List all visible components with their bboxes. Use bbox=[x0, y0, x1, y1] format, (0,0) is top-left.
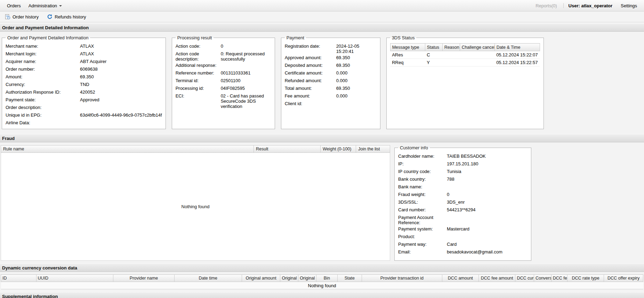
section-header-main: Order and Payment Detailed Information bbox=[0, 23, 644, 32]
field-label: IP country code: bbox=[398, 169, 447, 174]
field-row: IP country code:Tunisia bbox=[398, 168, 528, 175]
field-row: Approved amount:69.350 bbox=[285, 54, 377, 62]
field-label: Action code: bbox=[176, 44, 221, 49]
section-title: Fraud bbox=[2, 136, 15, 141]
field-label: Cardholder name: bbox=[398, 154, 447, 159]
col-header-conversion-rate[interactable]: Conversion rate bbox=[534, 275, 551, 282]
col-header-date-time[interactable]: Date time bbox=[174, 275, 242, 282]
refunds-history-button[interactable]: Refunds history bbox=[44, 13, 89, 21]
col-header-result[interactable]: Result bbox=[254, 145, 321, 153]
col-header-dcc-rate-type[interactable]: DCC rate type bbox=[567, 275, 604, 282]
cell-status: C bbox=[425, 51, 442, 59]
field-value: 0.000 bbox=[336, 70, 377, 76]
menu-settings[interactable]: Settings bbox=[617, 1, 641, 10]
order-history-label: Order history bbox=[13, 14, 39, 19]
col-header-provider-transaction-id[interactable]: Provider transaction id bbox=[362, 275, 442, 282]
order-history-button[interactable]: Order history bbox=[2, 13, 41, 21]
col-header-id[interactable]: ID bbox=[1, 275, 37, 282]
col-header-original-currency[interactable]: Original currency bbox=[298, 275, 316, 282]
col-header-weight[interactable]: Weight (0-100) bbox=[321, 145, 356, 153]
field-row: Client id: bbox=[285, 100, 377, 108]
field-row: Certificate amount:0.000 bbox=[285, 69, 377, 77]
field-label: Certificate amount: bbox=[285, 70, 336, 76]
field-value: 544213**6294 bbox=[447, 207, 528, 212]
field-label: Payment state: bbox=[6, 97, 80, 102]
field-row: Email:besadokavocat@gmail.com bbox=[398, 248, 528, 256]
customer-info-panel: Customer info Cardholder name:TAIEB BESS… bbox=[394, 145, 531, 261]
detail-panels: Order and Payment Detailed Information M… bbox=[0, 32, 644, 134]
field-label: Reference number: bbox=[176, 70, 221, 76]
field-value: besadokavocat@gmail.com bbox=[447, 249, 528, 254]
refunds-history-icon bbox=[47, 14, 53, 19]
col-header-bin[interactable]: Bin bbox=[316, 275, 337, 282]
field-value: TAIEB BESSADOK bbox=[447, 154, 528, 159]
field-label: ECI: bbox=[176, 93, 221, 99]
cell-reason bbox=[442, 51, 460, 59]
field-label: Merchant name: bbox=[6, 44, 80, 49]
col-header-provider-name[interactable]: Provider name bbox=[113, 275, 174, 282]
section-title: Supplemental information bbox=[2, 294, 58, 298]
empty-text: Nothing found bbox=[1, 282, 643, 289]
field-row: Fee amount:0.000 bbox=[285, 92, 377, 100]
field-value: ABT Acquirer bbox=[80, 59, 162, 64]
field-label: Client id: bbox=[285, 101, 336, 106]
field-row: Amount:69.350 bbox=[6, 73, 162, 81]
field-label: Fee amount: bbox=[285, 93, 336, 99]
field-row: IP:197.15.201.180 bbox=[398, 160, 528, 168]
col-header-dcc-amount[interactable]: DCC amount bbox=[442, 275, 478, 282]
table-row: ARes C 05.12.2024 15:22:07 bbox=[390, 51, 540, 59]
field-label: Payment system: bbox=[398, 226, 447, 232]
field-label: Order number: bbox=[6, 66, 80, 72]
threeds-table: Message type Status Reason Challenge can… bbox=[390, 43, 540, 66]
field-label: Email: bbox=[398, 249, 447, 254]
cell-status: Y bbox=[425, 59, 442, 66]
col-header-dcc-fee-amount[interactable]: DCC fee amount bbox=[479, 275, 515, 282]
field-row: Merchant login:ATLAX bbox=[6, 50, 162, 58]
order-history-icon bbox=[5, 14, 10, 19]
field-label: Action code description: bbox=[176, 51, 221, 62]
threeds-status-panel: 3DS Status Message type Status Reason Ch… bbox=[386, 35, 544, 129]
panel-legend: 3DS Status bbox=[390, 35, 417, 40]
menu-reports-disabled[interactable]: Reports(0) bbox=[534, 1, 558, 10]
col-header-original-amount[interactable]: Original amount bbox=[242, 275, 280, 282]
menu-orders[interactable]: Orders bbox=[3, 1, 24, 10]
col-header-dcc-currency[interactable]: DCC currency bbox=[515, 275, 534, 282]
col-header-join-the-list[interactable]: Join the list bbox=[356, 145, 390, 153]
field-value: Mastercard bbox=[447, 226, 528, 232]
field-label: Unique id in EPG: bbox=[6, 112, 80, 118]
col-header-status: Status bbox=[425, 44, 442, 51]
field-value: 6069638 bbox=[80, 66, 162, 72]
col-header-rule-name[interactable]: Rule name bbox=[1, 145, 254, 153]
section-header-dcc: Dynamic currency conversion data bbox=[0, 264, 644, 272]
col-header-dcc-fee[interactable]: DCC fee bbox=[551, 275, 567, 282]
field-row: Registration date:2024-12-05 15:20:41 bbox=[285, 42, 377, 54]
table-header-row: Message type Status Reason Challenge can… bbox=[390, 44, 540, 51]
section-title: Dynamic currency conversion data bbox=[2, 265, 77, 270]
table-row: RReq Y 05.12.2024 15:22:57 bbox=[390, 59, 540, 66]
cell-date-time: 05.12.2024 15:22:57 bbox=[494, 59, 540, 66]
col-header-original-fee[interactable]: Original fee bbox=[280, 275, 298, 282]
field-row: Unique id in EPG:63d4f0c6-4099-4449-96c9… bbox=[6, 111, 162, 119]
fraud-empty-state: Nothing found bbox=[1, 153, 390, 261]
field-row: Payment way:Card bbox=[398, 241, 528, 248]
field-value: 788 bbox=[447, 177, 528, 182]
cell-date-time: 05.12.2024 15:22:07 bbox=[494, 51, 540, 59]
col-header-state[interactable]: State bbox=[337, 275, 362, 282]
menubar-right: Reports(0) User: atlax_operator Settings bbox=[534, 1, 641, 10]
field-value: 02 - Card has passed SecureCode 3DS veri… bbox=[221, 93, 271, 109]
field-label: Approved amount: bbox=[285, 55, 336, 60]
field-value: 420052 bbox=[80, 89, 162, 95]
field-row: Acquirer name:ABT Acquirer bbox=[6, 58, 162, 65]
col-header-dcc-offer-expiry[interactable]: DCC offer expiry bbox=[604, 275, 643, 282]
field-row: Reference number:001311033361 bbox=[176, 69, 271, 77]
field-value: 69.350 bbox=[336, 86, 377, 91]
col-header-reason: Reason bbox=[442, 44, 460, 51]
field-value: 0.000 bbox=[336, 78, 377, 83]
panel-legend: Customer info bbox=[398, 145, 430, 150]
col-header-uuid[interactable]: UUID bbox=[36, 275, 113, 282]
menu-administration[interactable]: Administration bbox=[25, 1, 65, 10]
field-label: Product: bbox=[398, 234, 447, 239]
field-value: 2024-12-05 15:20:41 bbox=[336, 44, 377, 54]
field-label: Processing id: bbox=[176, 86, 221, 91]
field-row: Additional response: bbox=[176, 62, 271, 69]
